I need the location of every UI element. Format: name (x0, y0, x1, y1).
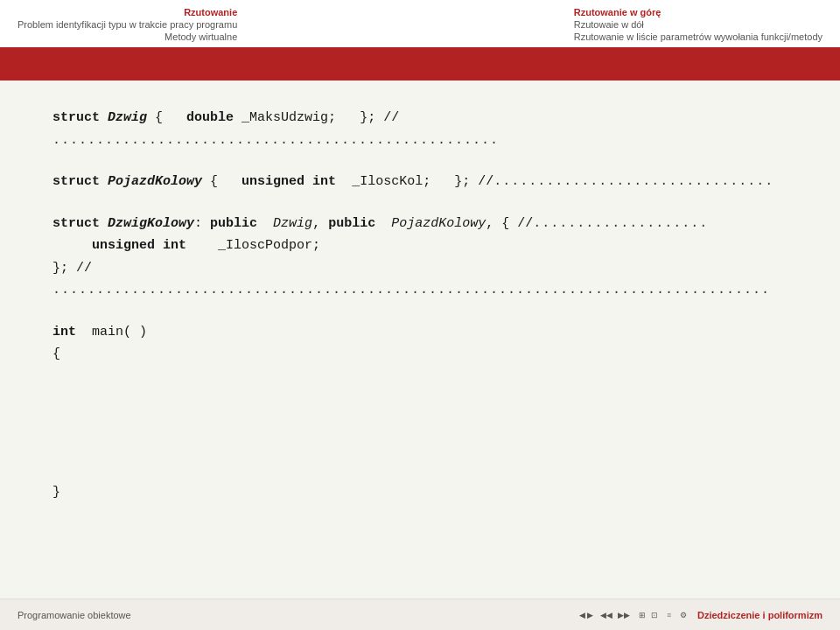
spacer-7 (52, 424, 788, 443)
field-maksudzwig: _MaksUdzwig; (242, 107, 336, 130)
nav-prev-section-2[interactable]: Metody wirtualne (164, 32, 237, 42)
nav-right: Rzutowanie w górę Rzutowaie w dół Rzutow… (574, 7, 822, 42)
code-block: struct Dzwig { double _MaksUdzwig; }; //… (52, 107, 788, 503)
nav-next-section-3[interactable]: Rzutowanie w liście parametrów wywołania… (574, 32, 822, 42)
code-line-closing: }; //...................................… (52, 257, 788, 302)
nav-prev-section-1[interactable]: Problem identyfikacji typu w trakcie pra… (18, 19, 237, 30)
arrow-right-icon[interactable]: ▶ (587, 611, 593, 620)
keyword-struct-3: struct (52, 213, 100, 235)
keyword-int-2: int (163, 234, 186, 257)
nav-next-section-1[interactable]: Rzutowanie w górę (574, 7, 662, 18)
dots-2: ................................ (494, 171, 774, 193)
code-line-dzwigkolowy: struct DzwigKolowy: public Dzwig, public… (52, 213, 788, 235)
nav-next-section-2[interactable]: Rzutowaie w dół (574, 19, 644, 30)
nav-current-section[interactable]: Rzutowanie (184, 7, 237, 18)
code-line-ilosc-podpor: unsigned int _IloscPodpor; (52, 234, 788, 257)
keyword-public-2: public (328, 213, 375, 235)
code-line-main: int main( ) (52, 321, 788, 344)
keyword-unsigned-2: unsigned (92, 234, 155, 257)
spacer-8 (52, 443, 788, 462)
bottom-right-group: ◀ ▶ ◀◀ ▶▶ ⊞ ⊡ ≡ ⚙ Dziedziczenie i polifo… (579, 610, 822, 620)
close-brace: } (52, 481, 60, 504)
dots-3: .................... (533, 213, 708, 235)
keyword-int-main: int (52, 321, 76, 344)
nav-arrows: ◀ ▶ ◀◀ ▶▶ ⊞ ⊡ ≡ ⚙ (579, 611, 687, 620)
class-name-dzwigkolowy: DzwigKolowy (108, 213, 194, 235)
spacer-9 (52, 462, 788, 481)
keyword-struct-1: struct (52, 107, 100, 130)
closing-brace-2: }; // (454, 171, 494, 193)
spacer-6 (52, 404, 788, 424)
spacer-5 (52, 385, 788, 404)
closing-brace-1: }; // (360, 107, 399, 130)
settings-icon: ⚙ (680, 611, 687, 620)
field-ilosckol: _IloscKol; (352, 171, 430, 193)
bottom-bar: Programowanie obiektowe ◀ ▶ ◀◀ ▶▶ ⊞ ⊡ ≡ … (0, 598, 840, 630)
code-line-close-brace: } (52, 481, 788, 504)
nav-left: Rzutowanie Problem identyfikacji typu w … (18, 7, 237, 42)
keyword-double: double (186, 107, 234, 130)
nav-icon-2: ▶▶ (618, 611, 630, 620)
keyword-struct-2: struct (52, 171, 100, 193)
dots-4: ........................................… (52, 279, 770, 302)
keyword-public-1: public (210, 213, 257, 235)
function-main: main( ) (92, 321, 147, 344)
page-info: ≡ (667, 611, 671, 620)
code-line-pojazdkolowy: struct PojazdKolowy { unsigned int _Ilos… (52, 171, 788, 193)
main-content: struct Dzwig { double _MaksUdzwig; }; //… (0, 80, 840, 512)
zoom-icon: ⊞ (639, 611, 646, 620)
spacer-2 (52, 193, 788, 213)
arrow-left-icon[interactable]: ◀ (579, 611, 585, 620)
code-line-dzwig: struct Dzwig { double _MaksUdzwig; }; //… (52, 107, 788, 151)
open-brace: { (52, 343, 60, 366)
base-dzwig: Dzwig (273, 213, 312, 235)
fit-icon: ⊡ (651, 611, 658, 620)
keyword-unsigned-1: unsigned (242, 171, 304, 193)
bottom-bar-right-label: Dziedziczenie i poliformizm (697, 610, 822, 620)
bottom-bar-left-label: Programowanie obiektowe (18, 610, 131, 620)
dots-1: ........................................… (52, 130, 499, 152)
class-name-dzwig: Dzwig (108, 107, 147, 130)
field-iloscpodpor: _IloscPodpor; (218, 234, 320, 257)
spacer-4 (52, 366, 788, 385)
code-line-open-brace: { (52, 343, 788, 366)
base-pojazdkolowy: PojazdKolowy (391, 213, 486, 235)
spacer-1 (52, 151, 788, 171)
nav-icon-1: ◀◀ (600, 611, 612, 620)
class-name-pojazdkolowy: PojazdKolowy (108, 171, 202, 193)
top-navigation: Rzutowanie Problem identyfikacji typu w … (0, 0, 840, 47)
spacer-3 (52, 302, 788, 321)
red-banner (0, 47, 840, 80)
keyword-int-1: int (312, 171, 336, 193)
